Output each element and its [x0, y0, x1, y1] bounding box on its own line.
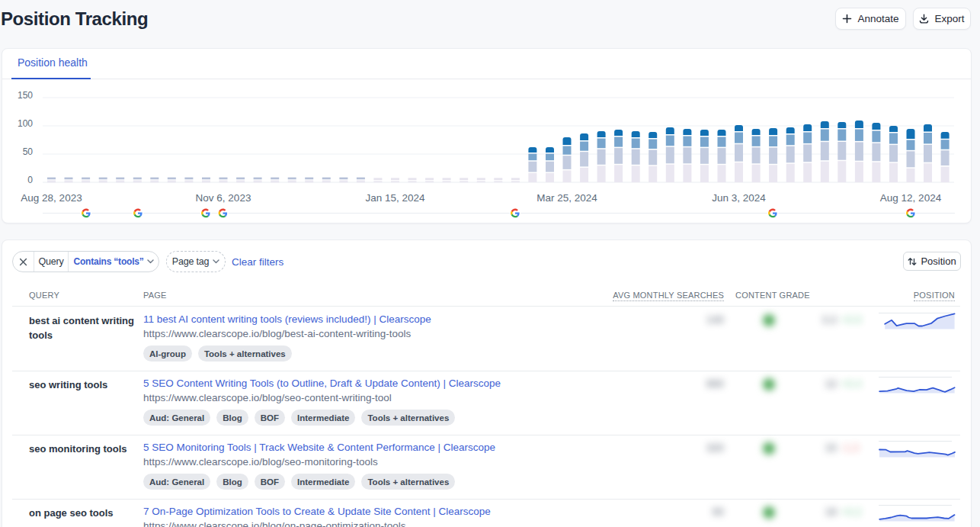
svg-text:0: 0 [27, 175, 33, 185]
svg-text:Nov 6, 2023: Nov 6, 2023 [196, 192, 251, 204]
svg-text:Jun 3, 2024: Jun 3, 2024 [712, 192, 766, 204]
svg-text:Mar 25, 2024: Mar 25, 2024 [536, 192, 597, 204]
svg-text:Aug 28, 2023: Aug 28, 2023 [21, 192, 82, 204]
svg-text:150: 150 [18, 90, 33, 101]
svg-text:Jan 15, 2024: Jan 15, 2024 [365, 192, 425, 204]
svg-text:100: 100 [18, 118, 33, 129]
svg-text:50: 50 [23, 146, 34, 157]
svg-text:Aug 12, 2024: Aug 12, 2024 [880, 192, 942, 204]
